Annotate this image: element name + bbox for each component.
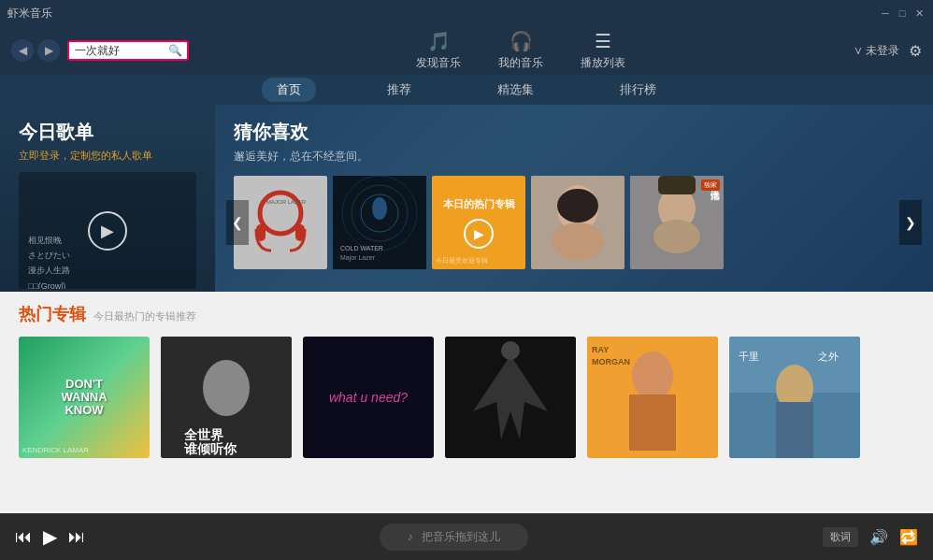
close-button[interactable]: ✕ xyxy=(912,7,926,20)
login-button[interactable]: ∨ 未登录 xyxy=(854,43,899,59)
nav-bar: ◀ ▶ 🔍 🎵 发现音乐 🎧 我的音乐 ☰ 播放列表 ∨ 未登录 ⚙ xyxy=(0,26,933,75)
lyrics-button[interactable]: 歌词 xyxy=(823,527,858,547)
subnav-home[interactable]: 首页 xyxy=(262,78,316,102)
svg-text:全世界: 全世界 xyxy=(184,427,224,442)
banner-right-subtitle: 邂逅美好，总在不经意间。 xyxy=(234,149,914,165)
album-item-coldwater[interactable]: COLD WATER Major Lazer xyxy=(333,176,426,269)
svg-text:千里: 千里 xyxy=(739,351,759,362)
svg-rect-27 xyxy=(629,395,676,451)
headphones-icon: MAJOR LAZER xyxy=(243,185,318,260)
svg-point-13 xyxy=(552,223,604,260)
music-note-icon: ♪ xyxy=(408,530,413,543)
hot-album-label: 本日的热门专辑 xyxy=(443,197,515,211)
hot-album-2[interactable]: 全世界 谁倾听你 xyxy=(161,337,292,458)
album-tag: 独家 xyxy=(701,179,720,191)
hot-play-button[interactable]: ▶ xyxy=(464,219,494,249)
back-button[interactable]: ◀ xyxy=(11,39,34,62)
hot-section: 热门专辑 今日最热门的专辑推荐 DON'TWANNAKNOW KENDRICK … xyxy=(0,292,933,513)
play-button[interactable]: ▶ xyxy=(43,525,57,548)
banner-right: 猜你喜欢 邂逅美好，总在不经意间。 ❮ MAJOR LAZER xyxy=(215,105,933,292)
coldwater-bg: COLD WATER Major Lazer xyxy=(333,176,426,269)
svg-text:Major Lazer: Major Lazer xyxy=(340,254,376,262)
forward-button[interactable]: ▶ xyxy=(37,39,60,62)
subnav-chart[interactable]: 排行榜 xyxy=(605,78,671,102)
nav-playlist-label: 播放列表 xyxy=(581,55,625,71)
portrait1-svg xyxy=(531,176,624,269)
nav-mymusic[interactable]: 🎧 我的音乐 xyxy=(498,30,543,71)
title-bar: 虾米音乐 ─ □ ✕ xyxy=(0,0,933,26)
search-input[interactable] xyxy=(75,44,168,57)
svg-point-20 xyxy=(203,360,250,416)
nav-playlist[interactable]: ☰ 播放列表 xyxy=(581,30,625,71)
album5-svg: RAY MORGAN xyxy=(587,337,718,451)
drop-music-area[interactable]: ♪ 把音乐拖到这儿 xyxy=(380,524,528,551)
play-playlist-button[interactable]: ▶ xyxy=(88,211,127,251)
today-title: 今日歌单 xyxy=(19,120,196,145)
svg-text:之外: 之外 xyxy=(818,351,839,362)
album-item-portrait2[interactable]: 惜路无情 独家 xyxy=(630,176,724,269)
nav-mymusic-label: 我的音乐 xyxy=(498,55,543,71)
today-subtitle: 立即登录，定制您的私人歌单 xyxy=(19,149,196,163)
carousel-next-button[interactable]: ❯ xyxy=(899,200,922,245)
hot-album-cover-5: RAY MORGAN xyxy=(587,337,718,458)
album4-svg xyxy=(445,337,576,458)
playlist-box[interactable]: 相见恨晚 さとびたい 漫步人生路 □□(Growl) Poker Face 踏□… xyxy=(19,172,196,289)
playlist-icon: ☰ xyxy=(595,30,611,52)
hot-album-cover-6: 千里 之外 xyxy=(729,337,860,458)
svg-text:RAY: RAY xyxy=(592,345,609,354)
hot-album-4[interactable] xyxy=(445,337,576,458)
svg-point-26 xyxy=(632,352,673,400)
hot-album-info: 今日最受欢迎专辑 xyxy=(436,256,522,266)
app-title: 虾米音乐 xyxy=(7,6,52,22)
hot-title: 热门专辑 xyxy=(19,303,86,325)
subnav-recommend[interactable]: 推荐 xyxy=(372,78,426,102)
bottom-player: ⏮ ▶ ⏭ ♪ 把音乐拖到这儿 歌词 🔊 🔁 xyxy=(0,513,933,560)
discover-icon: 🎵 xyxy=(427,30,451,52)
what-u-need-text: what u need? xyxy=(329,390,408,405)
nav-discover[interactable]: 🎵 发现音乐 xyxy=(416,30,461,71)
hot-subtitle: 今日最热门的专辑推荐 xyxy=(93,309,196,323)
album6-svg: 千里 之外 xyxy=(729,337,860,458)
svg-point-14 xyxy=(557,189,598,223)
svg-point-24 xyxy=(501,341,520,360)
banner-section: 今日歌单 立即登录，定制您的私人歌单 相见恨晚 さとびたい 漫步人生路 □□(G… xyxy=(0,105,933,292)
nav-discover-label: 发现音乐 xyxy=(416,55,461,71)
hot-album-cover-4 xyxy=(445,337,576,458)
subnav-picks[interactable]: 精选集 xyxy=(482,78,549,102)
minimize-button[interactable]: ─ xyxy=(879,7,892,20)
search-box: 🔍 xyxy=(67,40,189,61)
banner-left: 今日歌单 立即登录，定制您的私人歌单 相见恨晚 さとびたい 漫步人生路 □□(G… xyxy=(0,105,215,292)
player-center: ♪ 把音乐拖到这儿 xyxy=(100,524,808,551)
album-item-hot[interactable]: 本日的热门专辑 ▶ 今日最受欢迎专辑 xyxy=(432,176,525,269)
hot-album-5[interactable]: RAY MORGAN xyxy=(587,337,718,458)
drop-music-text: 把音乐拖到这儿 xyxy=(422,530,500,543)
svg-point-17 xyxy=(653,220,700,253)
repeat-icon[interactable]: 🔁 xyxy=(899,528,918,546)
main-content: 今日歌单 立即登录，定制您的私人歌单 相见恨晚 さとびたい 漫步人生路 □□(G… xyxy=(0,105,933,513)
svg-text:MAJOR LAZER: MAJOR LAZER xyxy=(266,199,307,205)
carousel-prev-button[interactable]: ❮ xyxy=(226,200,249,245)
player-right: 歌词 🔊 🔁 xyxy=(823,527,918,547)
svg-text:谁倾听你: 谁倾听你 xyxy=(184,441,237,456)
album-carousel: ❮ MAJOR LAZER xyxy=(234,176,914,269)
hot-album-3[interactable]: what u need? xyxy=(303,337,434,458)
dont-wanna-text: DON'TWANNAKNOW xyxy=(61,378,107,418)
player-controls: ⏮ ▶ ⏭ xyxy=(15,525,85,548)
svg-point-8 xyxy=(372,197,387,220)
hot-album-1[interactable]: DON'TWANNAKNOW KENDRICK LAMAR xyxy=(19,337,150,458)
hot-header: 热门专辑 今日最热门的专辑推荐 xyxy=(19,303,914,325)
album-item-portrait1[interactable] xyxy=(531,176,624,269)
svg-rect-18 xyxy=(658,176,696,194)
next-button[interactable]: ⏭ xyxy=(68,527,85,547)
settings-icon[interactable]: ⚙ xyxy=(909,42,922,60)
maximize-button[interactable]: □ xyxy=(896,7,909,20)
hot-album-cover-2: 全世界 谁倾听你 xyxy=(161,337,292,458)
svg-rect-33 xyxy=(776,402,813,458)
banner-right-title: 猜你喜欢 xyxy=(234,120,914,145)
album1-artist: KENDRICK LAMAR xyxy=(22,446,89,454)
hot-album-6[interactable]: 千里 之外 xyxy=(729,337,860,458)
volume-icon[interactable]: 🔊 xyxy=(869,528,888,546)
hot-album-cover-1: DON'TWANNAKNOW KENDRICK LAMAR xyxy=(19,337,150,458)
search-icon[interactable]: 🔍 xyxy=(168,44,182,57)
prev-button[interactable]: ⏮ xyxy=(15,527,32,547)
